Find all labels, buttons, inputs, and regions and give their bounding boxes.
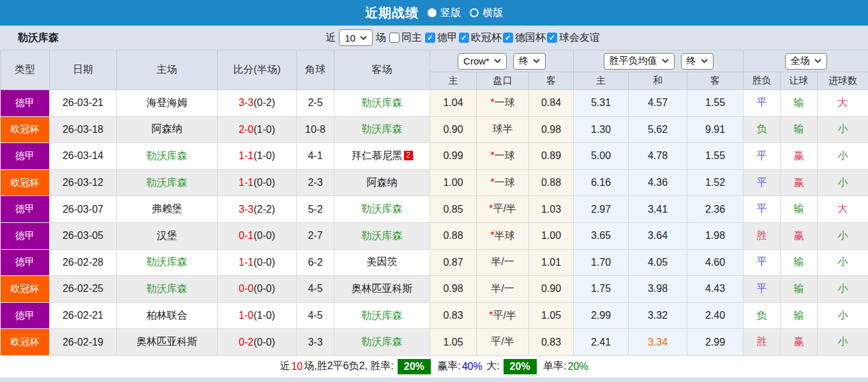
league-checkbox-2[interactable]: ✓德国杯 <box>503 31 546 45</box>
league-checkbox-1[interactable]: ✓欧冠杯 <box>459 31 502 45</box>
checkbox-checked-icon[interactable]: ✓ <box>503 33 513 43</box>
col-header-home: 主场 <box>117 50 218 90</box>
result-goals: 小 <box>818 302 868 329</box>
checkbox-unchecked-icon[interactable] <box>389 33 400 43</box>
away-team: 勒沃库森 <box>334 302 430 329</box>
table-row: 欧冠杯26-03-12勒沃库森1-1(0-0)2-3阿森纳1.00*一球0.88… <box>1 169 868 196</box>
odds-time-select-1[interactable]: 终 <box>513 53 546 70</box>
handicap-odds-away: 1.05 <box>529 302 574 329</box>
handicap-odds-away: 1.00 <box>529 222 574 249</box>
avg-odds-away: 1.55 <box>687 143 744 170</box>
radio-horizontal-layout[interactable]: 横版 <box>470 6 503 20</box>
corner-score: 4-1 <box>297 143 334 170</box>
page-title: 近期战绩 <box>365 4 419 22</box>
avg-odds-home: 2.99 <box>574 302 629 329</box>
avg-odds-draw: 4.57 <box>629 90 687 117</box>
home-team: 勒沃库森 <box>117 276 218 303</box>
results-group-header: 全场 <box>744 50 868 72</box>
avg-odds-away: 2.36 <box>687 196 744 223</box>
summary-segment: 近 <box>280 360 290 373</box>
subcol-wdl: 胜负 <box>744 72 781 90</box>
score-cell: 0-0(0-0) <box>218 276 297 303</box>
col-header-date: 日期 <box>50 50 117 90</box>
match-count-select[interactable]: 10 <box>339 29 373 46</box>
radio-vertical-layout[interactable]: 竖版 <box>428 6 461 20</box>
handicap-line: *半球 <box>477 222 529 249</box>
corner-score: 10-8 <box>297 116 334 143</box>
score-cell: 1-1(1-0) <box>218 143 297 170</box>
league-badge: 欧冠杯 <box>1 116 50 143</box>
odds-time-select-2[interactable]: 终 <box>681 53 714 70</box>
result-wdl: 平 <box>744 169 781 196</box>
score-cell: 3-3(2-2) <box>218 196 297 223</box>
result-wdl: 平 <box>744 196 781 223</box>
summary-segment: 赢率: <box>435 360 461 373</box>
avg-odds-home: 2.41 <box>574 329 629 356</box>
corner-score: 2-5 <box>297 90 334 117</box>
result-wdl: 负 <box>744 302 781 329</box>
handicap-odds-away: 0.84 <box>529 90 574 117</box>
avg-odds-away: 4.60 <box>687 249 744 276</box>
league-label: 德甲 <box>437 31 458 45</box>
handicap-odds-away: 0.98 <box>529 116 574 143</box>
avg-odds-draw: 4.05 <box>629 249 687 276</box>
result-goals: 小 <box>818 249 868 276</box>
league-label: 德国杯 <box>515 31 546 45</box>
avg-odds-away: 9.91 <box>687 116 744 143</box>
subcol-avg-home: 主 <box>574 72 629 90</box>
home-team: 汉堡 <box>117 222 218 249</box>
result-wdl: 胜 <box>744 329 781 356</box>
league-badge: 欧冠杯 <box>1 276 50 303</box>
scope-select[interactable]: 全场 <box>785 53 827 70</box>
radio-horizontal-label: 横版 <box>483 6 503 20</box>
away-team: 勒沃库森 <box>334 222 430 249</box>
subcol-goals: 进球数 <box>818 72 868 90</box>
score-cell: 3-3(0-2) <box>218 90 297 117</box>
handicap-odds-away: 1.01 <box>529 249 574 276</box>
score-cell: 0-2(0-0) <box>218 329 297 356</box>
score-cell: 1-1(0-0) <box>218 169 297 196</box>
corner-score: 4-5 <box>297 302 334 329</box>
away-team: 阿森纳 <box>334 169 430 196</box>
same-home-checkbox[interactable]: 同主 <box>389 31 422 45</box>
avg-odds-home: 3.65 <box>574 222 629 249</box>
radio-selected-icon[interactable] <box>428 8 437 17</box>
odds-company-select[interactable]: Crow* <box>458 53 507 70</box>
avg-odds-draw: 3.41 <box>629 196 687 223</box>
avg-odds-draw: 4.78 <box>629 143 687 170</box>
wdl-average-select[interactable]: 胜平负均值 <box>604 53 675 70</box>
result-handicap: 输 <box>781 249 818 276</box>
league-checkbox-3[interactable]: ✓球会友谊 <box>547 31 600 45</box>
table-row: 欧冠杯26-02-25勒沃库森0-0(0-0)4-5奥林匹亚科斯0.98半/一0… <box>1 276 868 303</box>
result-handicap: 输 <box>781 276 818 303</box>
handicap-odds-home: 1.00 <box>430 169 477 196</box>
odds-time-value-2: 终 <box>687 55 696 67</box>
league-badge: 德甲 <box>1 196 50 223</box>
checkbox-checked-icon[interactable]: ✓ <box>459 33 469 43</box>
checkbox-checked-icon[interactable]: ✓ <box>425 33 435 43</box>
league-checkbox-0[interactable]: ✓德甲 <box>425 31 458 45</box>
avg-odds-away: 2.40 <box>687 302 744 329</box>
avg-odds-away: 1.52 <box>687 169 744 196</box>
league-badge: 德甲 <box>1 143 50 170</box>
avg-odds-home: 1.75 <box>574 276 629 303</box>
summary-segment: 场,胜2平6负2, 胜率: <box>304 360 393 373</box>
away-team: 勒沃库森 <box>334 196 430 223</box>
radio-unselected-icon[interactable] <box>470 8 479 17</box>
avg-odds-draw: 3.64 <box>629 222 687 249</box>
radio-vertical-label: 竖版 <box>440 6 461 20</box>
handicap-odds-home: 1.05 <box>430 329 477 356</box>
scope-value: 全场 <box>791 55 810 67</box>
home-team: 勒沃库森 <box>117 249 218 276</box>
avg-odds-home: 6.16 <box>574 169 629 196</box>
handicap-line: 球半 <box>477 116 529 143</box>
handicap-odds-away: 0.90 <box>529 276 574 303</box>
table-row: 欧冠杯26-02-19奥林匹亚科斯0-2(0-0)3-3勒沃库森1.05平/半0… <box>1 329 868 356</box>
result-wdl: 平 <box>744 143 781 170</box>
result-handicap: 输 <box>781 196 818 223</box>
checkbox-checked-icon[interactable]: ✓ <box>547 33 557 43</box>
home-team: 阿森纳 <box>117 116 218 143</box>
table-row: 德甲26-02-21柏林联合1-0(1-0)4-5勒沃库森0.83*平/半1.0… <box>1 302 868 329</box>
match-date: 26-03-07 <box>50 196 117 223</box>
avg-odds-draw: 3.98 <box>629 276 687 303</box>
